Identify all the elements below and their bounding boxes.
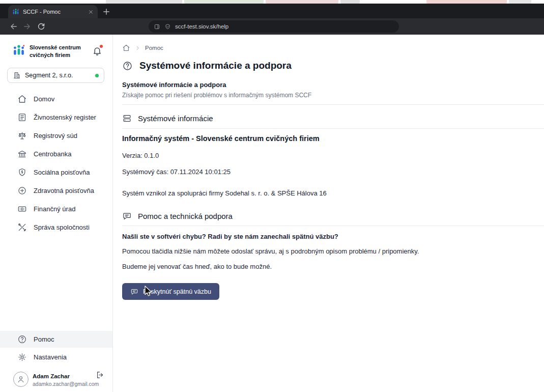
company-selector[interactable]: Segment 2, s.r.o. [7, 68, 104, 83]
server-icon [122, 114, 132, 123]
notification-dot [100, 45, 103, 48]
feedback-button[interactable]: Poskytnúť spätnú väzbu [122, 283, 219, 300]
notifications-button[interactable] [92, 46, 102, 56]
person-icon [16, 375, 25, 384]
sidebar-item-label: Živnostenský register [34, 114, 96, 121]
building-icon [13, 71, 21, 79]
sidebar-item-zivnostensky-register[interactable]: Živnostenský register [0, 108, 112, 126]
sidebar-item-registrovy-sud[interactable]: Registrový súd [0, 126, 112, 145]
company-name: Segment 2, s.r.o. [25, 72, 91, 79]
scales-icon [17, 131, 27, 141]
screen: SCCF - Pomoc sccf-test.siov.sk/help Slov… [0, 0, 544, 392]
divider [122, 104, 544, 105]
new-tab-icon[interactable] [102, 7, 111, 16]
logo: Slovenské centrum cvičných firiem [12, 44, 105, 59]
question-circle-icon [17, 334, 27, 344]
system-time: Systémový čas: 07.11.2024 10:01:25 [122, 168, 231, 176]
section-title: Systémové informácie [138, 114, 213, 123]
sidebar-item-financny-urad[interactable]: Finančný úrad [0, 200, 112, 218]
support-section-header: Pomoc a technická podpora [122, 211, 233, 221]
background-windows-strip [0, 0, 544, 4]
breadcrumb-home-icon[interactable] [122, 44, 130, 52]
system-name: Informačný systém - Slovenské centrum cv… [122, 134, 320, 143]
sidebar-item-socialna-poistovna[interactable]: Sociálna poisťovňa [0, 163, 112, 181]
bank-icon [17, 149, 27, 159]
breadcrumb-current: Pomoc [145, 45, 163, 51]
sidebar-item-label: Sociálna poisťovňa [34, 169, 90, 176]
sidebar-item-label: Zdravotná poisťovňa [34, 187, 94, 194]
side-panel-icon[interactable] [154, 23, 160, 30]
divider [122, 128, 544, 129]
intro-subtitle: Získajte pomoc pri riešení problémov s i… [122, 92, 311, 99]
banknote-icon [17, 204, 27, 214]
sidebar-item-label: Centrobanka [34, 150, 71, 158]
feedback-button-label: Poskytnúť spätnú väzbu [143, 288, 211, 295]
back-icon[interactable] [9, 22, 18, 31]
logout-icon[interactable] [96, 371, 104, 379]
background-window-edge [184, 0, 264, 4]
user-email: adamko.zachar@gmail.com [33, 381, 99, 387]
sidebar-item-pomoc[interactable]: Pomoc [0, 331, 112, 348]
background-window-edge [426, 0, 507, 4]
sccf-logo-icon [12, 44, 25, 57]
divider [122, 226, 544, 226]
home-icon [17, 94, 27, 104]
support-line1: Pomocou tlačidla nižšie nám môžete odosl… [122, 247, 419, 255]
browser-tab[interactable]: SCCF - Pomoc [8, 5, 98, 18]
intro-heading: Systémové informácie a podpora [122, 81, 226, 89]
forward-icon[interactable] [22, 22, 32, 31]
register-icon [17, 113, 27, 122]
sidebar-nav: Domov Živnostenský register Registrový s… [0, 90, 112, 236]
logo-text: Slovenské centrum cvičných firiem [30, 44, 81, 59]
sidebar-item-label: Domov [34, 95, 54, 103]
background-window-edge [340, 0, 360, 4]
chat-bubble-icon [122, 211, 132, 221]
address-bar[interactable]: sccf-test.siov.sk/help [149, 20, 399, 33]
site-info-icon[interactable] [164, 23, 171, 30]
sidebar-item-centrobanka[interactable]: Centrobanka [0, 145, 112, 163]
logo-line1: Slovenské centrum [30, 44, 81, 51]
system-version: Verzia: 0.1.0 [122, 152, 159, 159]
background-window-edge [266, 0, 338, 4]
browser-toolbar: sccf-test.siov.sk/help [0, 18, 544, 35]
tools-icon [17, 222, 27, 232]
browser-tab-bar: SCCF - Pomoc [0, 4, 544, 18]
sidebar-item-label: Registrový súd [34, 132, 77, 139]
system-credit: Systém vznikol za spolupráci firmy Sodeh… [122, 189, 327, 197]
sidebar-item-sprava-spolocnosti[interactable]: Správa spoločnosti [0, 218, 112, 236]
sidebar-item-domov[interactable]: Domov [0, 90, 112, 108]
health-cross-icon [17, 186, 27, 195]
tab-title: SCCF - Pomoc [23, 9, 88, 15]
url-text: sccf-test.siov.sk/help [175, 23, 228, 30]
background-window-edge [509, 0, 531, 4]
sidebar: Slovenské centrum cvičných firiem Segmen… [0, 35, 113, 392]
sidebar-item-label: Správa spoločnosti [34, 223, 90, 231]
user-name: Adam Zachar [33, 373, 70, 379]
logo-line2: cvičných firiem [30, 51, 81, 59]
background-window-edge [106, 0, 182, 4]
sidebar-item-label: Finančný úrad [34, 205, 75, 213]
question-circle-icon [122, 61, 133, 71]
support-question: Našli ste v softvéri chybu? Radi by ste … [122, 233, 338, 240]
sidebar-item-nastavenia[interactable]: Nastavenia [0, 349, 112, 366]
chat-bubble-icon [130, 288, 138, 296]
sidebar-item-zdravotna-poistovna[interactable]: Zdravotná poisťovňa [0, 181, 112, 200]
reload-icon[interactable] [37, 22, 46, 31]
section-title: Pomoc a technická podpora [138, 212, 233, 220]
tab-close-icon[interactable] [88, 9, 94, 15]
breadcrumb: Pomoc [122, 44, 163, 52]
shield-dollar-icon [17, 167, 27, 177]
support-line2: Budeme jej venovať čas hneď, ako to bude… [122, 263, 272, 270]
app-window: Slovenské centrum cvičných firiem Segmen… [0, 35, 544, 392]
chevron-right-icon [135, 45, 140, 51]
favicon [12, 8, 19, 15]
page-title: Systémové informácie a podpora [139, 60, 292, 71]
user-block: Adam Zachar adamko.zachar@gmail.com [0, 369, 112, 392]
sidebar-item-label: Nastavenia [34, 353, 67, 361]
main-content: Pomoc Systémové informácie a podpora Sys… [113, 35, 544, 392]
company-status-dot [95, 74, 99, 77]
avatar [13, 372, 28, 387]
gear-icon [17, 352, 27, 362]
page-title-row: Systémové informácie a podpora [122, 60, 292, 71]
system-section-header: Systémové informácie [122, 114, 213, 123]
